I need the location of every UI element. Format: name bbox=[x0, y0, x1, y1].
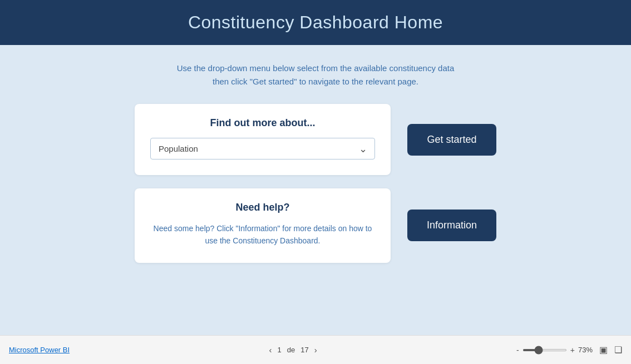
help-card: Need help? Need some help? Click "Inform… bbox=[135, 188, 391, 263]
help-card-body: Need some help? Click "Information" for … bbox=[150, 222, 375, 247]
find-row: Find out more about... Population Econom… bbox=[93, 104, 538, 175]
information-button[interactable]: Information bbox=[407, 210, 496, 241]
page-header: Constituency Dashboard Home bbox=[0, 0, 631, 45]
footer-bar: Microsoft Power BI ‹ 1 de 17 › - + 73% ▣… bbox=[0, 335, 631, 364]
subtitle: Use the drop-down menu below select from… bbox=[177, 62, 455, 88]
powerbi-link[interactable]: Microsoft Power BI bbox=[9, 346, 70, 354]
prev-page-button[interactable]: ‹ bbox=[269, 345, 272, 355]
zoom-minus-button[interactable]: - bbox=[516, 346, 519, 355]
get-started-button[interactable]: Get started bbox=[407, 124, 496, 156]
fit-page-icon[interactable]: ▣ bbox=[599, 345, 608, 355]
footer-left: Microsoft Power BI bbox=[9, 346, 70, 354]
zoom-plus-button[interactable]: + bbox=[570, 346, 575, 355]
footer-right: - + 73% ▣ ❏ bbox=[516, 345, 622, 355]
zoom-slider[interactable] bbox=[522, 349, 567, 351]
subtitle-line2: then click "Get started" to navigate to … bbox=[213, 77, 418, 86]
help-card-title: Need help? bbox=[150, 202, 375, 213]
find-card: Find out more about... Population Econom… bbox=[135, 104, 391, 175]
next-page-button[interactable]: › bbox=[314, 345, 317, 355]
zoom-percent-label: 73% bbox=[578, 346, 593, 354]
fullscreen-icon[interactable]: ❏ bbox=[614, 345, 622, 355]
page-total: 17 bbox=[300, 346, 308, 354]
zoom-controls: - + 73% bbox=[516, 346, 593, 355]
page-current: 1 bbox=[278, 346, 282, 354]
main-content: Use the drop-down menu below select from… bbox=[0, 45, 631, 335]
find-card-title: Find out more about... bbox=[150, 117, 375, 129]
subtitle-line1: Use the drop-down menu below select from… bbox=[177, 63, 455, 73]
page-title: Constituency Dashboard Home bbox=[188, 12, 443, 32]
dropdown-wrapper: Population Economy Health Education Hous… bbox=[150, 138, 375, 159]
topic-dropdown[interactable]: Population Economy Health Education Hous… bbox=[150, 138, 375, 159]
footer-center: ‹ 1 de 17 › bbox=[269, 345, 317, 355]
help-row: Need help? Need some help? Click "Inform… bbox=[93, 188, 538, 263]
page-separator: de bbox=[287, 346, 295, 354]
